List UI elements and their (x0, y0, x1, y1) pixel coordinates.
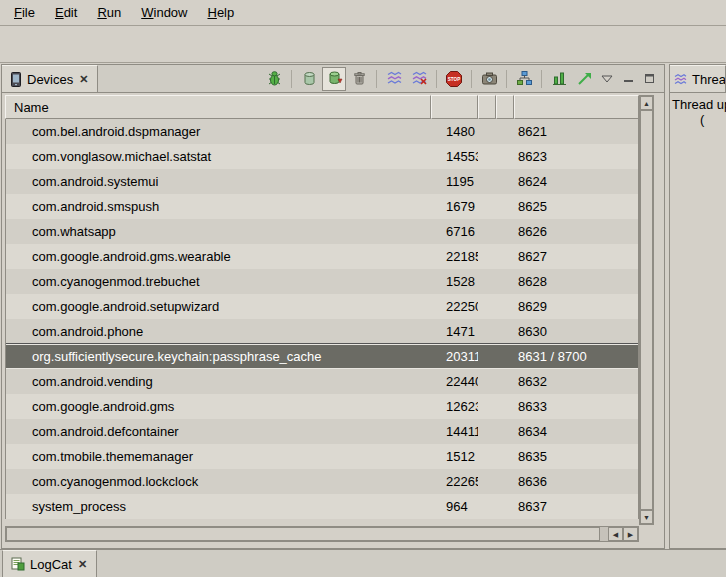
method-profiling-icon[interactable] (407, 67, 431, 91)
ddms-window: File Edit Run Window Help Devices ✕ (0, 0, 726, 577)
device-table: Name com.bel.android.dspmanager 1480 862… (5, 95, 655, 542)
minimize-icon[interactable] (618, 69, 638, 89)
device-table-body: com.bel.android.dspmanager 1480 8621 com… (5, 119, 639, 519)
table-header: Name (5, 95, 639, 119)
cell-port: 8623 (514, 149, 638, 164)
table-row[interactable]: com.tmobile.thememanager 1512 8635 (6, 444, 638, 469)
table-row[interactable]: com.cyanogenmod.lockclock 22265 8636 (6, 469, 638, 494)
menu-run[interactable]: Run (87, 2, 131, 23)
cell-name: com.whatsapp (6, 224, 431, 239)
cell-pid: 6716 (431, 224, 478, 239)
column-header-a[interactable] (478, 95, 496, 119)
horizontal-scrollbar-track[interactable] (6, 527, 608, 541)
table-row[interactable]: com.whatsapp 6716 8626 (6, 219, 638, 244)
update-threads-icon[interactable] (382, 67, 406, 91)
cell-name: com.cyanogenmod.trebuchet (6, 274, 431, 289)
menu-help[interactable]: Help (197, 2, 244, 23)
cell-port: 8628 (514, 274, 638, 289)
cell-port: 8636 (514, 474, 638, 489)
cell-pid: 1480 (431, 124, 478, 139)
threads-tabbar: Threa (670, 65, 726, 93)
table-row[interactable]: com.vonglasow.michael.satstat 14553 8623 (6, 144, 638, 169)
tab-devices-label: Devices (27, 72, 73, 87)
hierarchy-view-icon[interactable] (512, 67, 536, 91)
tab-devices-close-icon[interactable]: ✕ (78, 73, 89, 86)
cell-pid: 964 (431, 499, 478, 514)
cell-name: com.android.defcontainer (6, 424, 431, 439)
update-heap-icon[interactable] (297, 67, 321, 91)
table-row[interactable]: com.android.defcontainer 14411 8634 (6, 419, 638, 444)
table-row[interactable]: com.bel.android.dspmanager 1480 8621 (6, 119, 638, 144)
debug-process-icon[interactable] (262, 67, 286, 91)
cell-port: 8627 (514, 249, 638, 264)
scroll-left-icon[interactable]: ◀ (608, 527, 623, 541)
cell-port: 8633 (514, 399, 638, 414)
cell-name: com.android.smspush (6, 199, 431, 214)
cell-name: com.vonglasow.michael.satstat (6, 149, 431, 164)
cell-name: com.android.systemui (6, 174, 431, 189)
table-row[interactable]: com.android.phone 1471 8630 (6, 319, 638, 344)
toolbar-separator (436, 70, 437, 88)
menubar: File Edit Run Window Help (0, 0, 726, 26)
table-row[interactable]: com.android.smspush 1679 8625 (6, 194, 638, 219)
column-header-b[interactable] (496, 95, 514, 119)
cell-pid: 22440 (431, 374, 478, 389)
table-row[interactable]: system_process 964 8637 (6, 494, 638, 519)
cell-port: 8631 / 8700 (514, 349, 638, 364)
cause-gc-icon[interactable] (347, 67, 371, 91)
table-row[interactable]: org.sufficientlysecure.keychain:passphra… (6, 344, 638, 369)
cell-pid: 14553 (431, 149, 478, 164)
cell-pid: 22185 (431, 249, 478, 264)
dump-hprof-icon[interactable] (322, 67, 346, 91)
menu-file[interactable]: File (4, 2, 45, 23)
table-row[interactable]: com.google.android.gms 12623 8633 (6, 394, 638, 419)
cell-pid: 1512 (431, 449, 478, 464)
maximize-icon[interactable] (639, 69, 659, 89)
column-header-name[interactable]: Name (5, 95, 431, 119)
main-toolbar (0, 26, 726, 63)
table-row[interactable]: com.android.vending 22440 8632 (6, 369, 638, 394)
scroll-down-icon[interactable]: ▼ (640, 510, 653, 524)
stop-process-icon[interactable]: STOP (442, 67, 466, 91)
screen-capture-icon[interactable] (477, 67, 501, 91)
tab-threads[interactable]: Threa (670, 65, 726, 92)
vertical-scrollbar[interactable]: ▲ ▼ (639, 95, 654, 525)
cell-pid: 1471 (431, 324, 478, 339)
cell-name: com.cyanogenmod.lockclock (6, 474, 431, 489)
systrace-icon[interactable] (547, 67, 571, 91)
scroll-up-icon[interactable]: ▲ (640, 96, 653, 110)
cell-pid: 1195 (431, 174, 478, 189)
menu-edit[interactable]: Edit (45, 2, 87, 23)
toolbar-separator (376, 70, 377, 88)
cell-pid: 22265 (431, 474, 478, 489)
menu-window[interactable]: Window (131, 2, 197, 23)
cell-port: 8629 (514, 299, 638, 314)
device-icon (10, 72, 22, 87)
svg-text:STOP: STOP (448, 77, 460, 82)
horizontal-scrollbar[interactable]: ◀ ▶ (5, 526, 639, 542)
cell-port: 8624 (514, 174, 638, 189)
opengl-trace-icon[interactable] (572, 67, 596, 91)
threads-icon (674, 73, 687, 86)
tab-threads-label: Threa (692, 72, 726, 87)
table-row[interactable]: com.android.systemui 1195 8624 (6, 169, 638, 194)
table-row[interactable]: com.google.android.setupwizard 22250 862… (6, 294, 638, 319)
toolbar-separator (291, 70, 292, 88)
table-row[interactable]: com.cyanogenmod.trebuchet 1528 8628 (6, 269, 638, 294)
toolbar-separator (506, 70, 507, 88)
vertical-scrollbar-thumb[interactable] (640, 110, 653, 510)
toolbar-separator (541, 70, 542, 88)
tab-devices[interactable]: Devices ✕ (2, 65, 98, 92)
tab-logcat-close-icon[interactable]: ✕ (77, 558, 88, 571)
view-menu-icon[interactable] (597, 69, 617, 89)
horizontal-scrollbar-thumb[interactable] (6, 527, 600, 541)
scroll-right-icon[interactable]: ▶ (623, 527, 638, 541)
column-header-port[interactable] (514, 95, 639, 119)
cell-name: com.google.android.gms.wearable (6, 249, 431, 264)
table-row[interactable]: com.google.android.gms.wearable 22185 86… (6, 244, 638, 269)
column-header-pid[interactable] (431, 95, 478, 119)
tab-logcat[interactable]: LogCat ✕ (2, 550, 97, 577)
toolbar-separator (471, 70, 472, 88)
cell-port: 8630 (514, 324, 638, 339)
logcat-icon (11, 557, 25, 571)
